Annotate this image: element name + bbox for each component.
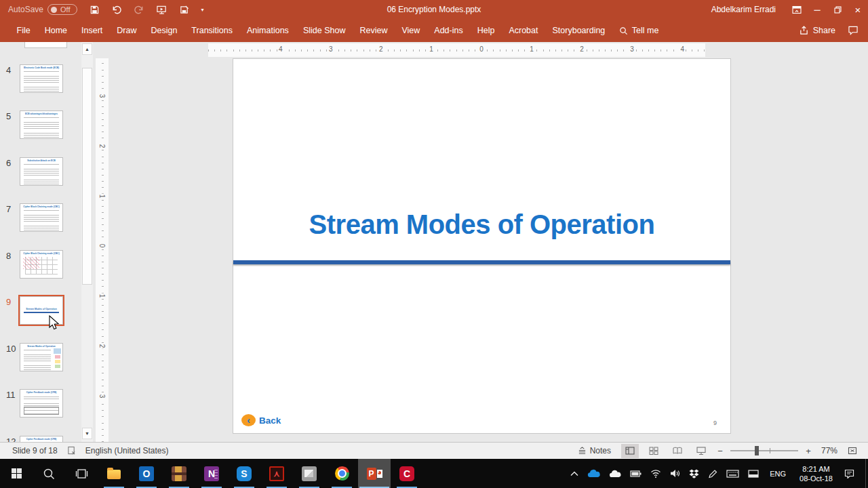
clock[interactable]: 8:21 AM 08-Oct-18 (797, 464, 835, 483)
slide-canvas[interactable]: Stream Modes of Operation ‹ Back 9 (233, 58, 731, 434)
task-view-button[interactable] (65, 459, 98, 488)
cloud-icon[interactable] (609, 470, 621, 478)
slide-thumbnail[interactable]: 10 Stream Modes of Operation (0, 343, 81, 371)
slide-thumbnail-image[interactable]: Cipher Block Chaining mode (CBC) (20, 250, 63, 279)
ribbon-display-options-icon[interactable] (787, 0, 807, 19)
ribbon-tab[interactable]: Review (353, 19, 395, 42)
status-bar: Slide 9 of 18 English (United States) No… (0, 442, 868, 459)
slide-thumbnail[interactable]: 8 Cipher Block Chaining mode (CBC) (0, 250, 81, 279)
zoom-in-button[interactable]: + (804, 446, 812, 456)
slide-thumbnail-image[interactable]: Cipher Feedback mode (CFB) (20, 389, 63, 418)
scroll-up-icon[interactable]: ▲ (82, 43, 92, 55)
zoom-slider[interactable] (730, 450, 798, 451)
slide-thumbnail-image[interactable]: Electronic Code Book mode (ECB) (20, 64, 63, 93)
ribbon-tab[interactable]: Slide Show (296, 19, 353, 42)
pen-icon[interactable] (708, 469, 717, 479)
monitor-icon[interactable] (748, 470, 759, 478)
normal-view-icon[interactable] (621, 444, 639, 458)
slide-thumbnail-image[interactable]: Stream Modes of Operation (20, 296, 63, 325)
show-desktop-button[interactable] (865, 459, 868, 488)
slide-thumbnail[interactable]: 4 Electronic Code Book mode (ECB) (0, 64, 81, 93)
ribbon-tab[interactable]: Draw (110, 19, 144, 42)
ribbon-tab[interactable]: Storyboarding (545, 19, 612, 42)
slide-thumbnail-image[interactable]: Cipher Feedback mode (CFB) (20, 436, 63, 442)
comments-icon[interactable] (848, 26, 859, 35)
ribbon-tab[interactable]: Animations (240, 19, 296, 42)
ribbon-tab[interactable]: Design (144, 19, 184, 42)
ribbon-tab[interactable]: Home (37, 19, 74, 42)
skype-button[interactable]: S (228, 459, 260, 488)
volume-icon[interactable] (670, 469, 680, 478)
ribbon-tab[interactable]: Insert (75, 19, 110, 42)
slide-thumbnail[interactable]: 6 Substitution Attack on ECB (0, 157, 81, 186)
slide-thumbnail[interactable]: 12 Cipher Feedback mode (CFB) (0, 436, 81, 442)
ribbon-tab[interactable]: File (9, 19, 37, 42)
outlook-button[interactable]: O (130, 459, 163, 488)
horizontal-ruler: 432101234 (208, 43, 705, 57)
acrobat-button[interactable]: ⋏ (260, 459, 293, 488)
slide-thumbnail-image[interactable]: Stream Modes of Operation (20, 343, 63, 371)
slide-thumbnail[interactable]: 11 Cipher Feedback mode (CFB) (0, 389, 81, 418)
ribbon-tab[interactable]: Acrobat (502, 19, 545, 42)
undo-icon[interactable] (111, 5, 122, 15)
save-as-icon[interactable] (179, 5, 190, 15)
thumbnail-scrollbar[interactable]: ▲ ▼ (81, 42, 93, 442)
back-arrow-icon: ‹ (241, 414, 256, 426)
action-center-icon[interactable] (844, 469, 854, 479)
restore-button[interactable] (827, 0, 848, 19)
chrome-button[interactable] (326, 459, 358, 488)
scroll-down-icon[interactable]: ▼ (82, 428, 92, 439)
spell-check-icon[interactable] (67, 446, 76, 455)
zoom-out-button[interactable]: − (716, 446, 724, 456)
back-button[interactable]: ‹ Back (241, 414, 281, 426)
notes-button[interactable]: Notes (574, 445, 615, 457)
taskbar-search-button[interactable] (33, 459, 65, 488)
wifi-icon[interactable] (650, 469, 661, 478)
ribbon-tab[interactable]: Transitions (184, 19, 240, 42)
save-icon[interactable] (90, 5, 100, 15)
customize-qat-chevron-icon[interactable]: ▾ (201, 7, 204, 13)
share-label: Share (813, 26, 835, 35)
slide-thumbnail[interactable]: 9 Stream Modes of Operation (0, 296, 81, 325)
battery-icon[interactable] (630, 470, 642, 477)
start-button[interactable] (0, 459, 33, 488)
hidden-icons-chevron[interactable] (570, 471, 578, 476)
slide-thumbnail[interactable]: 7 Cipher Block Chaining mode (CBC) (0, 203, 81, 232)
ribbon-tab[interactable]: Add-ins (427, 19, 470, 42)
powerpoint-button[interactable]: P (358, 459, 391, 488)
minimize-button[interactable]: ─ (807, 0, 827, 19)
close-button[interactable]: × (848, 0, 868, 19)
slideshow-view-icon[interactable] (692, 444, 710, 458)
language-indicator[interactable]: ENG (768, 470, 788, 478)
redo-icon[interactable] (134, 5, 144, 15)
reading-view-icon[interactable] (669, 444, 686, 458)
file-explorer-button[interactable] (98, 459, 130, 488)
zoom-level[interactable]: 77% (818, 446, 837, 455)
onenote-button[interactable]: N (195, 459, 228, 488)
camtasia-button[interactable]: C (391, 459, 423, 488)
ribbon-tab[interactable]: View (395, 19, 427, 42)
onedrive-icon[interactable] (587, 469, 600, 478)
notes-label: Notes (590, 446, 611, 455)
dropbox-icon[interactable] (689, 469, 699, 479)
slide-thumbnail[interactable]: 5 ECB advantages/disadvantages (0, 110, 81, 139)
slide-thumbnail-image[interactable]: Substitution Attack on ECB (20, 157, 63, 186)
slide-thumbnail-image[interactable]: Cipher Block Chaining mode (CBC) (20, 203, 63, 232)
autosave-toggle[interactable]: AutoSave Off (8, 4, 77, 15)
fit-to-window-icon[interactable] (844, 444, 861, 458)
thumbnail-slide-title: Cipher Feedback mode (CFB) (20, 391, 62, 394)
tell-me-box[interactable]: Tell me (619, 26, 659, 35)
slide-title[interactable]: Stream Modes of Operation (233, 209, 730, 240)
scrollbar-thumb[interactable] (82, 68, 92, 285)
gray-app-button[interactable] (293, 459, 326, 488)
language-indicator[interactable]: English (United States) (85, 446, 169, 455)
ribbon-tab[interactable]: Help (470, 19, 502, 42)
start-from-beginning-icon[interactable] (156, 5, 167, 15)
slide-thumbnail-image[interactable]: ECB advantages/disadvantages (20, 110, 63, 139)
slide-sorter-icon[interactable] (645, 444, 663, 458)
thumbnail-slide-title: ECB advantages/disadvantages (20, 113, 62, 116)
touch-keyboard-icon[interactable] (726, 470, 739, 478)
zoom-slider-thumb[interactable] (755, 446, 759, 455)
share-button[interactable]: Share (799, 26, 835, 35)
winrar-button[interactable] (163, 459, 195, 488)
